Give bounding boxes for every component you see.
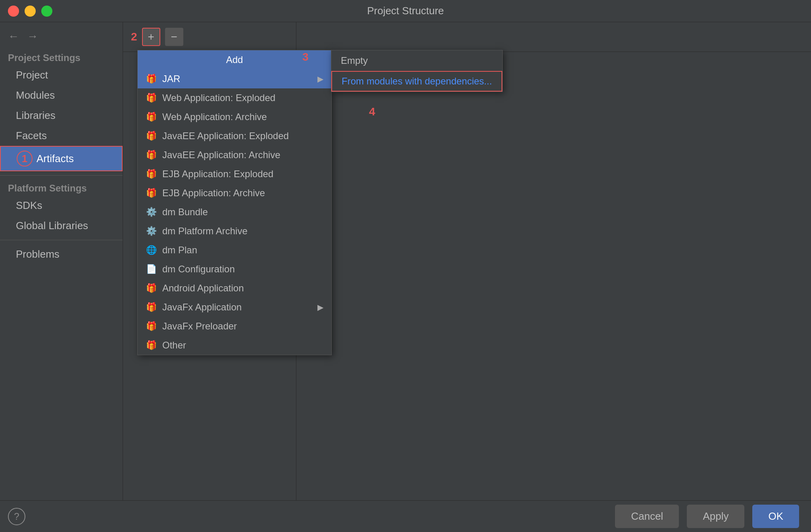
sidebar-item-facets[interactable]: Facets (0, 126, 123, 146)
sidebar-item-global-libraries[interactable]: Global Libraries (0, 216, 123, 236)
menu-item-dm-bundle[interactable]: ⚙️ dm Bundle (138, 203, 331, 222)
sidebar-item-libraries[interactable]: Libraries (0, 105, 123, 126)
jar-submenu-popup: Empty From modules with dependencies... (331, 50, 503, 92)
dm-plan-icon: 🌐 (146, 245, 157, 256)
javafx-preloader-label: JavaFx Preloader (162, 321, 237, 332)
javafx-submenu-arrow: ▶ (317, 302, 323, 312)
step3-badge: 3 (302, 51, 309, 63)
libraries-label: Libraries (16, 109, 56, 121)
dm-config-label: dm Configuration (162, 264, 235, 275)
sidebar-divider (0, 175, 123, 176)
menu-item-android-app[interactable]: 🎁 Android Application (138, 279, 331, 298)
modules-label: Modules (16, 89, 55, 101)
problems-label: Problems (16, 248, 60, 260)
sdks-label: SDKs (16, 199, 42, 211)
project-settings-label: Project Settings (0, 49, 123, 65)
sidebar-nav-row: ← → (0, 30, 123, 49)
menu-item-other[interactable]: 🎁 Other (138, 336, 331, 355)
other-label: Other (162, 340, 186, 351)
jar-from-modules-item[interactable]: From modules with dependencies... (331, 71, 502, 92)
bottom-bar: ? Cancel Apply OK (0, 500, 811, 532)
back-icon[interactable]: ← (8, 30, 19, 43)
jar-label: JAR (162, 73, 180, 84)
titlebar: Project Structure (0, 0, 811, 22)
sidebar: ← → Project Settings Project Modules Lib… (0, 22, 123, 500)
menu-item-jar[interactable]: 🎁 JAR ▶ (138, 69, 331, 88)
web-app-archive-label: Web Application: Archive (162, 111, 267, 122)
project-label: Project (16, 69, 48, 81)
menu-item-web-app-exploded[interactable]: 🎁 Web Application: Exploded (138, 88, 331, 107)
sidebar-item-artifacts[interactable]: 1 Artifacts (0, 146, 123, 171)
ejb-archive-label: EJB Application: Archive (162, 188, 265, 199)
other-icon: 🎁 (146, 340, 157, 351)
javaee-archive-label: JavaEE Application: Archive (162, 149, 281, 161)
sidebar-item-sdks[interactable]: SDKs (0, 195, 123, 216)
step2-badge: 2 (131, 31, 137, 43)
close-button[interactable] (8, 6, 19, 17)
javaee-exploded-label: JavaEE Application: Exploded (162, 130, 289, 142)
javaee-archive-icon: 🎁 (146, 149, 157, 161)
menu-item-ejb-exploded[interactable]: 🎁 EJB Application: Exploded (138, 165, 331, 184)
content-area: 2 + − 3 4 Add 🎁 JAR ▶ 🎁 Web (123, 22, 811, 500)
jar-submenu-arrow: ▶ (317, 74, 323, 84)
sidebar-divider-2 (0, 240, 123, 240)
web-app-exploded-label: Web Application: Exploded (162, 92, 275, 103)
step4-badge: 4 (369, 105, 375, 118)
sidebar-item-problems[interactable]: Problems (0, 244, 123, 264)
remove-artifact-button[interactable]: − (165, 28, 183, 46)
cancel-button[interactable]: Cancel (615, 505, 679, 528)
javaee-exploded-icon: 🎁 (146, 130, 157, 142)
platform-settings-label: Platform Settings (0, 180, 123, 195)
main-layout: ← → Project Settings Project Modules Lib… (0, 22, 811, 500)
apply-button[interactable]: Apply (687, 505, 744, 528)
javafx-app-icon: 🎁 (146, 302, 157, 313)
help-button[interactable]: ? (8, 508, 25, 525)
javafx-preloader-icon: 🎁 (146, 321, 157, 332)
menu-item-dm-config[interactable]: 📄 dm Configuration (138, 260, 331, 279)
menu-item-web-app-archive[interactable]: 🎁 Web Application: Archive (138, 107, 331, 126)
dm-platform-label: dm Platform Archive (162, 226, 248, 237)
dm-bundle-label: dm Bundle (162, 207, 208, 218)
sidebar-item-project[interactable]: Project (0, 65, 123, 85)
dm-plan-label: dm Plan (162, 245, 197, 256)
javafx-app-label: JavaFx Application (162, 302, 242, 313)
android-app-icon: 🎁 (146, 283, 157, 294)
facets-label: Facets (16, 130, 47, 142)
web-app-archive-icon: 🎁 (146, 111, 157, 122)
bottom-left: ? (8, 508, 25, 525)
toolbar-row: 2 + − (123, 22, 811, 52)
menu-item-ejb-archive[interactable]: 🎁 EJB Application: Archive (138, 184, 331, 203)
dm-bundle-icon: ⚙️ (146, 207, 157, 218)
artifacts-label: Artifacts (37, 153, 74, 165)
global-libraries-label: Global Libraries (16, 220, 88, 232)
menu-item-javaee-exploded[interactable]: 🎁 JavaEE Application: Exploded (138, 126, 331, 145)
sidebar-item-modules[interactable]: Modules (0, 85, 123, 105)
add-artifact-button[interactable]: + (142, 28, 160, 46)
window-title: Project Structure (367, 5, 444, 17)
jar-icon: 🎁 (146, 73, 157, 84)
ok-button[interactable]: OK (752, 505, 799, 528)
dm-config-icon: 📄 (146, 264, 157, 275)
ejb-exploded-icon: 🎁 (146, 168, 157, 180)
maximize-button[interactable] (41, 6, 52, 17)
menu-item-javafx-preloader[interactable]: 🎁 JavaFx Preloader (138, 317, 331, 336)
add-menu-popup: Add 🎁 JAR ▶ 🎁 Web Application: Exploded … (137, 50, 332, 355)
menu-item-dm-plan[interactable]: 🌐 dm Plan (138, 241, 331, 260)
jar-empty-item[interactable]: Empty (331, 50, 502, 71)
menu-item-javaee-archive[interactable]: 🎁 JavaEE Application: Archive (138, 145, 331, 165)
menu-item-dm-platform[interactable]: ⚙️ dm Platform Archive (138, 222, 331, 241)
ejb-exploded-label: EJB Application: Exploded (162, 168, 273, 180)
step1-badge: 1 (17, 151, 33, 166)
window-controls (8, 6, 52, 17)
dm-platform-icon: ⚙️ (146, 226, 157, 237)
ejb-archive-icon: 🎁 (146, 188, 157, 199)
menu-item-javafx-app[interactable]: 🎁 JavaFx Application ▶ (138, 298, 331, 317)
android-app-label: Android Application (162, 283, 244, 294)
web-app-exploded-icon: 🎁 (146, 92, 157, 103)
forward-icon[interactable]: → (27, 30, 38, 43)
minimize-button[interactable] (25, 6, 36, 17)
